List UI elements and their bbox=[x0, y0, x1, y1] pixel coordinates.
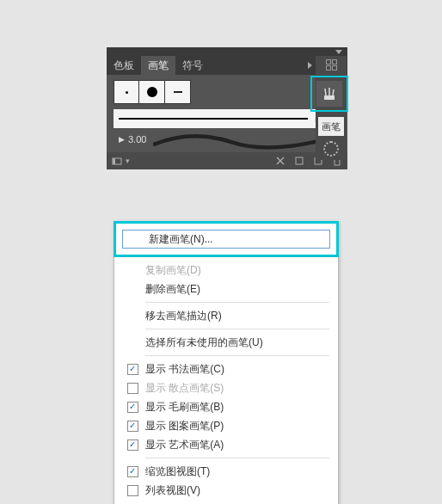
stroke-size-value[interactable]: 3.00 bbox=[128, 134, 146, 144]
menu-item[interactable]: ✓显示 书法画笔(C) bbox=[114, 360, 338, 378]
checkbox-icon: ✓ bbox=[127, 439, 138, 451]
panel-tabs: 色板 画笔 符号 bbox=[107, 56, 347, 75]
checkbox-icon: ✓ bbox=[127, 402, 138, 413]
svg-rect-6 bbox=[335, 159, 340, 165]
svg-line-10 bbox=[325, 89, 326, 95]
tab-swatches[interactable]: 色板 bbox=[107, 56, 141, 75]
checkbox-icon: ✓ bbox=[127, 421, 138, 432]
stroke-size-row: ▶ 3.00 bbox=[114, 130, 341, 149]
menu-check-col: ✓ bbox=[125, 402, 140, 413]
panel-footer: ▾ bbox=[107, 152, 347, 169]
menu-item: 复制画笔(D) bbox=[114, 261, 338, 280]
menu-item-label: 显示 书法画笔(C) bbox=[145, 362, 338, 377]
menu-item-new-brush[interactable]: 新建画笔(N)... bbox=[122, 230, 330, 249]
checkbox-icon: ✓ bbox=[127, 364, 138, 375]
menu-item-label: 列表视图(V) bbox=[145, 483, 338, 498]
menu-item-label: 显示 散点画笔(S) bbox=[145, 381, 338, 396]
arrow-right-icon[interactable] bbox=[308, 62, 312, 69]
menu-highlight-box: 新建画笔(N)... bbox=[114, 221, 339, 257]
wavy-stroke-icon bbox=[153, 126, 335, 152]
remove-stroke-icon[interactable] bbox=[275, 156, 285, 166]
brush-swatch[interactable] bbox=[139, 80, 165, 104]
svg-rect-9 bbox=[324, 95, 335, 100]
stroke-line-icon bbox=[119, 118, 308, 120]
panel-collapse-bar[interactable] bbox=[107, 47, 347, 56]
svg-rect-1 bbox=[113, 158, 115, 164]
menu-item-label: 移去画笔描边(R) bbox=[145, 309, 338, 323]
menu-item-label: 选择所有未使用的画笔(U) bbox=[145, 335, 338, 350]
stroke-basic-row[interactable]: 基本 bbox=[114, 109, 341, 128]
menu-item[interactable]: 列表视图(V) bbox=[114, 481, 338, 500]
checkbox-icon bbox=[127, 485, 138, 496]
menu-item-label: 显示 艺术画笔(A) bbox=[145, 438, 338, 452]
menu-item-label: 复制画笔(D) bbox=[145, 263, 338, 278]
grid-icon[interactable] bbox=[326, 59, 337, 71]
menu-separator bbox=[145, 302, 329, 303]
brush-swatch[interactable] bbox=[114, 80, 139, 104]
brush-swatch-row bbox=[114, 80, 341, 104]
menu-item[interactable]: ✓显示 艺术画笔(A) bbox=[114, 435, 338, 454]
menu-item[interactable]: ✓显示 毛刷画笔(B) bbox=[114, 397, 338, 416]
menu-separator bbox=[145, 458, 329, 458]
brush-tool-button[interactable] bbox=[316, 81, 342, 107]
panel-context-menu: 新建画笔(N)... 复制画笔(D)删除画笔(E)移去画笔描边(R)选择所有未使… bbox=[114, 221, 339, 504]
menu-separator bbox=[145, 355, 329, 356]
menu-item[interactable]: 删除画笔(E) bbox=[114, 280, 338, 298]
checkbox-icon: ✓ bbox=[127, 466, 138, 477]
menu-check-col: ✓ bbox=[125, 364, 140, 375]
library-icon[interactable] bbox=[112, 156, 122, 166]
menu-item[interactable]: 选择所有未使用的画笔(U) bbox=[114, 333, 338, 352]
caret-down-icon bbox=[335, 50, 342, 54]
menu-item: 显示 散点画笔(S) bbox=[114, 378, 338, 397]
menu-check-col: ✓ bbox=[125, 466, 140, 477]
menu-check-col: ✓ bbox=[125, 421, 140, 432]
brush-swatch[interactable] bbox=[165, 80, 191, 104]
menu-check-col bbox=[125, 383, 140, 394]
tab-brushes[interactable]: 画笔 bbox=[141, 56, 175, 75]
color-wheel-icon[interactable] bbox=[323, 141, 339, 157]
side-toolbar: 画笔 bbox=[316, 56, 347, 160]
tab-symbols[interactable]: 符号 bbox=[175, 56, 210, 75]
menu-separator bbox=[145, 329, 329, 329]
menu-item[interactable]: ✓缩览图视图(T) bbox=[114, 462, 338, 481]
menu-item[interactable]: 移去画笔描边(R) bbox=[114, 306, 338, 325]
play-icon[interactable]: ▶ bbox=[119, 135, 125, 144]
menu-item-label: 删除画笔(E) bbox=[145, 282, 338, 297]
svg-line-12 bbox=[333, 89, 334, 95]
side-brushes-label[interactable]: 画笔 bbox=[318, 117, 344, 136]
options-icon[interactable] bbox=[294, 156, 304, 166]
brushes-icon bbox=[321, 85, 338, 102]
menu-item-label: 显示 图案画笔(P) bbox=[145, 419, 338, 433]
menu-item-label: 显示 毛刷画笔(B) bbox=[145, 400, 338, 415]
menu-item[interactable]: ✓显示 图案画笔(P) bbox=[114, 416, 338, 435]
brush-tool-highlight bbox=[310, 76, 348, 112]
menu-check-col: ✓ bbox=[125, 439, 140, 451]
menu-check-col bbox=[125, 485, 140, 496]
svg-rect-4 bbox=[296, 157, 303, 164]
dropdown-caret-icon[interactable]: ▾ bbox=[126, 157, 130, 165]
checkbox-icon bbox=[127, 383, 138, 394]
menu-item-label: 缩览图视图(T) bbox=[145, 464, 338, 479]
